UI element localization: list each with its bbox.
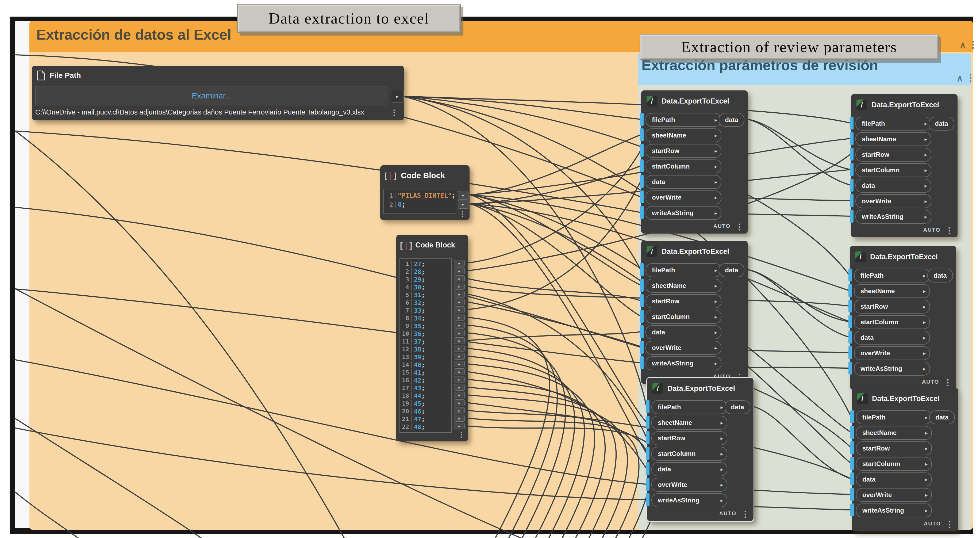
- browse-button[interactable]: Examinar...: [35, 86, 388, 105]
- kebab-menu-icon[interactable]: ⋮: [966, 72, 975, 83]
- output-port-data[interactable]: data: [719, 113, 745, 127]
- input-port-startRow[interactable]: startRow▸: [646, 144, 721, 158]
- output-port-data[interactable]: data: [725, 400, 750, 414]
- file-path-node-header[interactable]: File Path: [32, 66, 409, 85]
- input-port-writeAsString[interactable]: writeAsString▸: [855, 210, 931, 224]
- input-port-writeAsString[interactable]: writeAsString▸: [854, 362, 930, 376]
- code-block-output-port[interactable]: ▸: [454, 322, 465, 329]
- code-block-output-port[interactable]: ▸: [458, 191, 468, 200]
- code-block-output-port[interactable]: ▸: [454, 376, 465, 383]
- input-port-startRow[interactable]: startRow▸: [651, 431, 727, 445]
- annotation-data-extraction[interactable]: Data extraction to excel: [237, 4, 461, 33]
- input-port-overWrite[interactable]: overWrite▸: [855, 194, 931, 208]
- kebab-menu-icon[interactable]: ⋮: [946, 520, 954, 529]
- code-block-output-port[interactable]: ▸: [454, 407, 465, 414]
- input-port-sheetName[interactable]: sheetName▸: [855, 132, 931, 146]
- input-port-data[interactable]: data▸: [646, 175, 721, 189]
- output-port-data[interactable]: data: [928, 268, 953, 283]
- kebab-menu-icon[interactable]: ⋮: [458, 431, 465, 439]
- input-port-startRow[interactable]: startRow▸: [856, 441, 932, 455]
- input-port-startRow[interactable]: startRow▸: [646, 294, 721, 308]
- code-block-output-port[interactable]: ▸: [454, 283, 465, 290]
- input-port-startColumn[interactable]: startColumn▸: [855, 163, 931, 177]
- code-block-output-port[interactable]: ▸: [454, 345, 465, 352]
- input-port-filePath[interactable]: filePath▸: [855, 117, 931, 131]
- input-port-sheetName[interactable]: sheetName▸: [854, 284, 930, 298]
- output-port-data[interactable]: data: [929, 410, 955, 424]
- code-block-output-port[interactable]: ▸: [454, 337, 465, 344]
- code-block-output-port[interactable]: ▸: [454, 330, 465, 336]
- kebab-menu-icon[interactable]: ⋮: [969, 39, 978, 50]
- input-port-startRow[interactable]: startRow▸: [854, 300, 930, 313]
- code-block-output-port[interactable]: ▸: [454, 353, 465, 359]
- code-block-1-header[interactable]: [❘] Code Block: [380, 165, 474, 186]
- input-port-startColumn[interactable]: startColumn▸: [646, 310, 721, 324]
- export-node-header[interactable]: /Data.ExportToExcel: [851, 94, 963, 116]
- annotation-review-parameters[interactable]: Extraction of review parameters: [640, 34, 939, 60]
- code-block-output-port[interactable]: ▸: [454, 275, 465, 282]
- kebab-menu-icon[interactable]: ⋮: [944, 378, 952, 387]
- export-node-header[interactable]: /Data.ExportToExcel: [647, 378, 759, 399]
- input-port-overWrite[interactable]: overWrite▸: [651, 478, 727, 492]
- export-to-excel-node-4[interactable]: /Data.ExportToExcelfilePath▸sheetName▸st…: [851, 94, 958, 237]
- kebab-menu-icon[interactable]: ⋮: [741, 509, 749, 519]
- kebab-menu-icon[interactable]: ⋮: [945, 226, 953, 235]
- kebab-menu-icon[interactable]: ⋮: [459, 210, 466, 218]
- input-port-startColumn[interactable]: startColumn▸: [854, 315, 930, 329]
- file-path-node[interactable]: File Path Examinar... ▸ C:\\OneDrive - m…: [32, 66, 404, 120]
- export-node-header[interactable]: /Data.ExportToExcel: [641, 90, 753, 112]
- code-block-2-code-area[interactable]: 127;228;329;430;531;632;733;834;935;1036…: [399, 259, 452, 433]
- input-port-overWrite[interactable]: overWrite▸: [646, 190, 721, 204]
- code-block-output-port[interactable]: ▸: [454, 399, 465, 406]
- code-block-output-port[interactable]: ▸: [454, 361, 465, 367]
- input-port-filePath[interactable]: filePath▸: [646, 263, 721, 277]
- input-port-startColumn[interactable]: startColumn▸: [651, 447, 727, 461]
- export-to-excel-node-2[interactable]: /Data.ExportToExcelfilePath▸sheetName▸st…: [641, 241, 748, 384]
- code-block-output-port[interactable]: ▸: [454, 260, 465, 267]
- code-block-1-code-area[interactable]: 1"PILAS_DINTEL";20;: [383, 189, 456, 214]
- input-port-filePath[interactable]: filePath▸: [651, 400, 727, 414]
- collapse-chevron-icon[interactable]: ∧: [959, 40, 966, 50]
- input-port-overWrite[interactable]: overWrite▸: [646, 341, 721, 355]
- code-block-output-port[interactable]: ▸: [458, 200, 468, 209]
- input-port-overWrite[interactable]: overWrite▸: [856, 488, 932, 502]
- input-port-data[interactable]: data▸: [856, 473, 932, 486]
- input-port-filePath[interactable]: filePath▸: [856, 410, 932, 424]
- code-block-output-port[interactable]: ▸: [454, 291, 465, 297]
- kebab-menu-icon[interactable]: ⋮: [390, 108, 398, 117]
- export-to-excel-node-6[interactable]: /Data.ExportToExcelfilePath▸sheetName▸st…: [852, 388, 958, 531]
- input-port-sheetName[interactable]: sheetName▸: [646, 128, 721, 142]
- code-block-output-port[interactable]: ▸: [454, 384, 465, 391]
- kebab-menu-icon[interactable]: ⋮: [735, 222, 743, 231]
- input-port-data[interactable]: data▸: [855, 179, 931, 193]
- input-port-startColumn[interactable]: startColumn▸: [646, 160, 721, 173]
- code-block-output-port[interactable]: ▸: [454, 392, 465, 398]
- input-port-writeAsString[interactable]: writeAsString▸: [651, 493, 727, 507]
- input-port-overWrite[interactable]: overWrite▸: [854, 346, 930, 360]
- input-port-sheetName[interactable]: sheetName▸: [856, 426, 932, 440]
- input-port-data[interactable]: data▸: [854, 330, 930, 345]
- input-port-data[interactable]: data▸: [646, 325, 721, 339]
- export-to-excel-node-3[interactable]: /Data.ExportToExcelfilePath▸sheetName▸st…: [647, 378, 754, 521]
- code-block-output-port[interactable]: ▸: [454, 314, 465, 321]
- input-port-filePath[interactable]: filePath▸: [854, 268, 930, 283]
- code-block-output-port[interactable]: ▸: [454, 299, 465, 305]
- code-block-node-1[interactable]: [❘] Code Block 1"PILAS_DINTEL";20; ⋮ ▸▸: [380, 165, 469, 220]
- code-block-output-port[interactable]: ▸: [454, 307, 465, 313]
- code-block-node-2[interactable]: [❘] Code Block 127;228;329;430;531;632;7…: [396, 235, 468, 441]
- export-to-excel-node-5[interactable]: /Data.ExportToExcelfilePath▸sheetName▸st…: [850, 246, 956, 389]
- input-port-writeAsString[interactable]: writeAsString▸: [646, 356, 721, 370]
- input-port-startColumn[interactable]: startColumn▸: [856, 457, 932, 471]
- code-block-output-port[interactable]: ▸: [454, 268, 465, 274]
- input-port-filePath[interactable]: filePath▸: [646, 113, 721, 127]
- output-port-data[interactable]: data: [929, 117, 955, 131]
- export-node-header[interactable]: /Data.ExportToExcel: [852, 388, 963, 409]
- export-node-header[interactable]: /Data.ExportToExcel: [641, 241, 753, 262]
- code-block-output-port[interactable]: ▸: [454, 423, 465, 429]
- input-port-sheetName[interactable]: sheetName▸: [646, 279, 721, 293]
- collapse-chevron-icon[interactable]: ∧: [956, 73, 963, 83]
- input-port-data[interactable]: data▸: [651, 462, 727, 476]
- input-port-writeAsString[interactable]: writeAsString▸: [856, 503, 932, 517]
- input-port-startRow[interactable]: startRow▸: [855, 148, 931, 161]
- code-block-2-header[interactable]: [❘] Code Block: [396, 235, 472, 255]
